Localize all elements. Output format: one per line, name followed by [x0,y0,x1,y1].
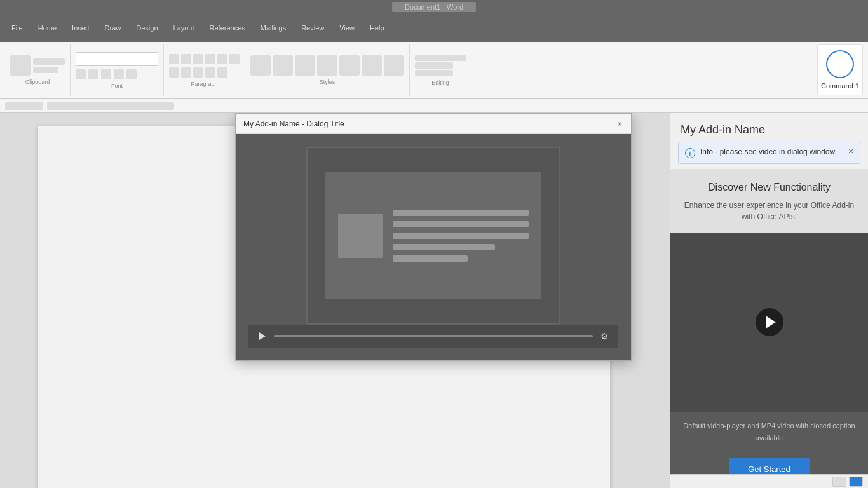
discover-description: Enhance the user experience in your Offi… [681,200,858,222]
view-button-1[interactable] [832,477,846,487]
video-play-button[interactable] [256,330,269,342]
ribbon-tab-mailings[interactable]: Mailings [254,22,292,34]
dialog-title-text: My Add-in Name - Dialog Title [243,119,344,128]
bold-icon [76,69,86,79]
title-bar-text: Document1 - Word [392,2,476,12]
ribbon-ph-5 [415,70,453,76]
ribbon-tab-references[interactable]: References [203,22,252,34]
bottom-bar [670,474,868,488]
video-progress-bar[interactable] [274,335,593,337]
command-circle-icon [826,50,854,78]
ribbon-content: Clipboard Font [0,42,868,99]
video-line-3 [393,233,529,239]
style2-icon [273,55,293,76]
video-thumbnail [338,214,383,258]
video-caption-text: Default video-player and MP4 video with … [683,422,855,442]
video-line-5 [393,255,468,262]
style4-icon [317,55,337,76]
dialog-title-bar: My Add-in Name - Dialog Title × [236,114,631,134]
ribbon-tab-layout[interactable]: Layout [167,22,201,34]
play-icon [259,332,266,340]
video-line-4 [393,244,495,250]
video-line-2 [393,221,529,227]
video-settings-button[interactable]: ⚙ [598,330,611,342]
align-right-icon [193,54,203,64]
task-pane-video-mini [670,233,868,412]
border-icon [193,67,203,78]
ribbon-ph-1 [33,58,65,65]
style7-icon [384,55,404,76]
view-button-2[interactable] [849,477,863,487]
video-caption: Default video-player and MP4 video with … [670,412,868,451]
spacing-icon [169,67,179,78]
ribbon-group-paragraph: Paragraph [164,44,245,96]
video-preview-inner [325,172,541,299]
dialog-overlay: My Add-in Name - Dialog Title × [0,113,670,488]
formula-bar [0,99,868,113]
align-center-icon [181,54,191,64]
task-pane-video-section: Default video-player and MP4 video with … [670,233,868,488]
formula-bar-content [47,102,174,110]
ribbon-ph-3 [415,55,466,61]
ribbon-tab-design[interactable]: Design [130,22,164,34]
discover-title: Discover New Functionality [681,182,858,193]
ribbon-spacer [471,44,863,96]
video-line-1 [393,210,529,216]
list-icon [217,54,227,64]
ribbon-group-label-1: Clipboard [10,79,65,85]
dialog: My Add-in Name - Dialog Title × [235,113,632,361]
info-bar: i Info - please see video in dialog wind… [678,142,860,164]
task-pane-title: My Add-in Name [670,113,868,142]
ribbon-ph-2 [33,67,58,73]
ribbon-group-label-5: Editing [415,79,466,86]
ribbon-tab-file[interactable]: File [5,22,29,34]
dialog-close-button[interactable]: × [613,118,626,130]
indent-icon [229,54,240,64]
show-marks-icon [217,67,227,78]
ribbon-tab-view[interactable]: View [333,22,361,34]
ribbon-group-label-2: Font [76,83,158,89]
justify-icon [205,54,215,64]
ribbon-group-label-3: Paragraph [169,81,240,87]
ribbon-tab-review[interactable]: Review [295,22,330,34]
style3-icon [295,55,315,76]
paste-icon [10,55,31,76]
ribbon-tab-help[interactable]: Help [363,22,391,34]
underline-icon [101,69,111,79]
info-text: Info - please see video in dialog window… [700,147,853,156]
style5-icon [339,55,360,76]
ribbon-tab-insert[interactable]: Insert [65,22,96,34]
ribbon-group-font: Font [71,44,164,96]
font-input[interactable] [76,52,158,66]
discover-section: Discover New Functionality Enhance the u… [670,169,868,233]
dialog-body: ⚙ [236,134,631,360]
sort-icon [205,67,215,78]
video-text-lines [393,210,529,262]
style1-icon [250,55,271,76]
ribbon-tab-home[interactable]: Home [32,22,63,34]
info-bar-close-button[interactable]: × [846,146,856,156]
shading-icon [181,67,191,78]
video-controls: ⚙ [248,325,618,348]
command-label: Command 1 [821,82,859,90]
italic-icon [88,69,98,79]
document-area: My Add-in Name - Dialog Title × [0,113,670,488]
ribbon-tab-draw[interactable]: Draw [98,22,128,34]
highlight-icon [126,69,137,79]
ribbon-tabs: File Home Insert Draw Design Layout Refe… [0,14,868,42]
ribbon-group-label-4: Styles [250,79,404,85]
title-bar: Document1 - Word [0,0,868,14]
style6-icon [362,55,382,76]
ribbon-group-clipboard: Clipboard [5,44,71,96]
main-area: My Add-in Name - Dialog Title × [0,113,868,488]
align-left-icon [169,54,179,64]
task-pane-play-button[interactable] [756,308,783,336]
info-icon: i [685,148,695,158]
ribbon-ph-4 [415,62,453,69]
ribbon-groups: Clipboard Font [5,44,863,96]
video-preview [306,147,560,325]
task-pane: My Add-in Name i Info - please see video… [670,113,868,488]
ribbon-group-editing: Editing [410,44,471,96]
formula-name-box [5,102,43,110]
command-button[interactable]: Command 1 [817,44,863,95]
